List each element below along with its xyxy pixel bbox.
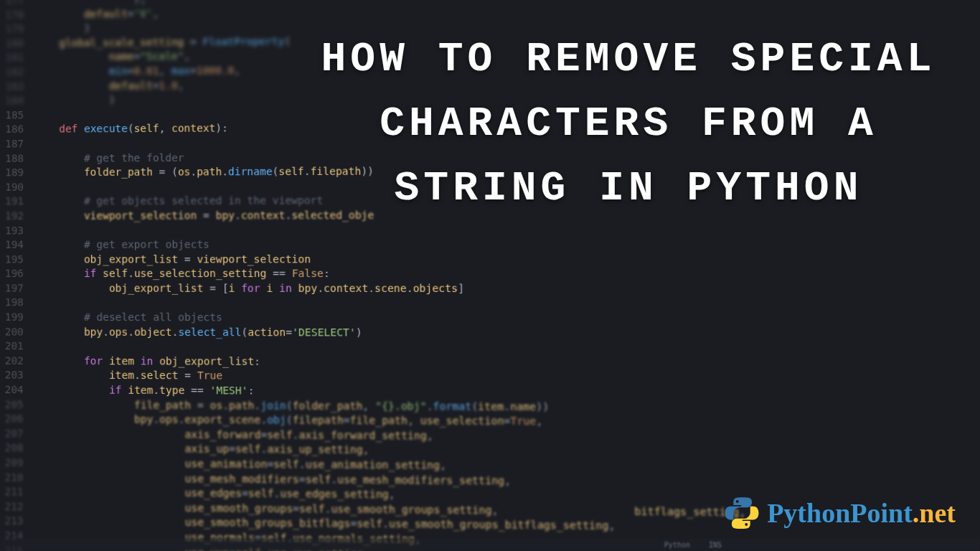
line-number: 200: [0, 325, 34, 339]
line-number: 196: [0, 267, 34, 281]
code-content: ): [34, 93, 116, 108]
line-number: 189: [0, 166, 34, 180]
line-number: 197: [0, 281, 34, 296]
line-number: 195: [0, 253, 34, 267]
line-number: 202: [0, 354, 34, 368]
line-number: 208: [0, 441, 34, 456]
line-number: 205: [0, 397, 34, 412]
code-content: axis_up=self.axis_up_setting,: [34, 441, 369, 458]
line-number: 186: [0, 123, 34, 137]
line-number: 187: [0, 137, 34, 151]
python-logo-icon: [724, 495, 760, 531]
code-content: if item.type == 'MESH':: [34, 383, 254, 399]
code-line: 194 # get export objects: [0, 237, 980, 253]
line-number: 212: [0, 499, 34, 514]
code-content: default='V',: [34, 6, 159, 22]
code-content: # get objects selected in the viewport: [34, 194, 323, 209]
code-content: bpy.ops.object.select_all(action='DESELE…: [34, 325, 362, 340]
line-number: 188: [0, 151, 34, 166]
line-number: 199: [0, 310, 34, 324]
line-number: 193: [0, 223, 34, 237]
line-number: 213: [0, 514, 34, 529]
line-number: 182: [0, 65, 34, 80]
code-content: obj_export_list = viewport_selection: [34, 252, 311, 266]
code-line: 199 # deselect all objects: [0, 310, 980, 326]
code-content: # deselect all objects: [34, 311, 222, 326]
code-content: min=0.01, max=1000.0,: [34, 64, 241, 80]
code-content: # get export objects: [34, 237, 209, 252]
code-content: for item in obj_export_list:: [34, 354, 260, 369]
code-line: 198: [0, 296, 980, 311]
line-number: 179: [1, 22, 34, 37]
line-number: 190: [0, 180, 34, 194]
code-content: obj_export_list = [i for i in bpy.contex…: [34, 281, 464, 296]
line-number: 185: [0, 108, 34, 123]
line-number: 181: [1, 51, 34, 65]
code-content: name="Scale",: [34, 50, 190, 65]
code-content: global_scale_setting = FloatProperty(: [34, 34, 291, 51]
line-number: 192: [0, 209, 34, 223]
status-mode: INS: [709, 541, 722, 549]
line-number: 180: [1, 37, 34, 51]
code-line: 200 bpy.ops.object.select_all(action='DE…: [0, 325, 980, 342]
code-line: 193: [0, 222, 980, 238]
code-content: item.select = True: [34, 369, 222, 384]
line-number: 210: [0, 470, 34, 485]
code-line: 195 obj_export_list = viewport_selection: [0, 252, 980, 267]
code-content: # get the folder: [34, 151, 184, 166]
line-number: 207: [0, 426, 34, 441]
line-number: 184: [0, 94, 34, 108]
status-lang: Python: [664, 541, 690, 549]
code-content: if self.use_selection_setting == False:: [34, 267, 330, 281]
line-number: 178: [1, 8, 34, 22]
line-number: 201: [0, 339, 34, 354]
code-line: 197 obj_export_list = [i for i in bpy.co…: [0, 281, 980, 296]
line-number: 194: [0, 238, 34, 253]
line-number: 183: [0, 80, 34, 94]
article-title: HOW TO REMOVE SPECIAL CHARACTERS FROM A …: [313, 27, 944, 221]
line-number: 198: [0, 296, 34, 310]
line-number: 209: [0, 456, 34, 471]
editor-status-bar: Python INS: [0, 538, 980, 551]
line-number: 203: [0, 368, 34, 382]
line-number: 191: [0, 194, 34, 209]
brand: PythonPoint.net: [724, 495, 956, 531]
line-number: 206: [0, 412, 34, 427]
code-line: 196 if self.use_selection_setting == Fal…: [0, 267, 980, 282]
code-content: ): [34, 22, 90, 37]
brand-text: PythonPoint.net: [767, 497, 956, 529]
code-content: default=1.0,: [34, 78, 184, 93]
line-number: 204: [0, 383, 34, 397]
code-content: def execute(self, context):: [34, 121, 228, 136]
line-number: 177: [1, 0, 34, 8]
line-number: 211: [0, 485, 34, 500]
